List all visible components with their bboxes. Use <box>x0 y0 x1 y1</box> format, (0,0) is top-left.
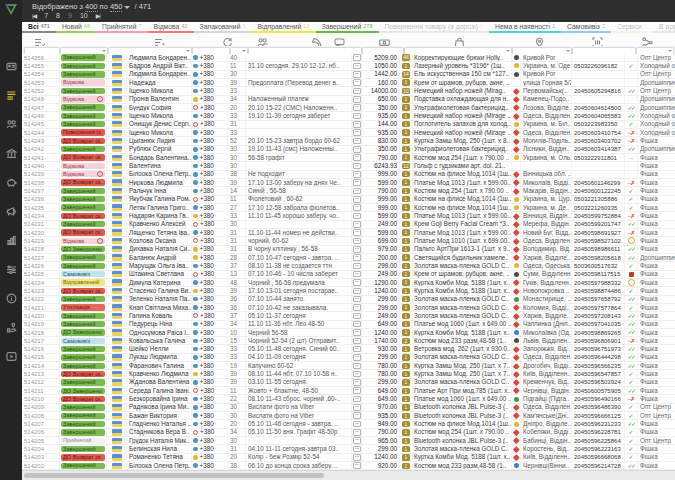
product-name[interactable]: Крем Goji Berry Facial Cream *3.. <box>413 221 512 228</box>
delivery-address[interactable]: Украина, м. Де.. <box>521 204 572 211</box>
status-badge[interactable]: Відмова <box>61 96 105 102</box>
comment-text[interactable]: 11.10 11-45 хорошо заберу. чо.. <box>246 212 352 219</box>
delivery-address[interactable]: Одеса, Відділен.. <box>521 404 572 411</box>
table-row[interactable]: 514254ЗавершенийЛюдмила Бондарен..+38030… <box>22 71 675 79</box>
phone-number[interactable]: +380 <box>200 121 214 128</box>
tab-Прийнятий[interactable]: Прийнятий7 <box>96 22 148 33</box>
product-name[interactable]: Ультрафиолетовая бактерицид.. <box>413 104 512 111</box>
status-badge[interactable]: Завершений <box>61 379 105 385</box>
message-icon[interactable] <box>353 229 361 236</box>
status-badge[interactable]: Завершений <box>61 404 105 410</box>
status-badge[interactable]: Завершений <box>61 188 105 194</box>
comment-text[interactable] <box>246 54 352 61</box>
status-badge[interactable]: Завершений <box>61 313 105 319</box>
table-row[interactable]: 514222ЗавершенийЗеленко Наталія Па..+380… <box>22 296 675 304</box>
delivery-address[interactable]: Первомайськ(.. <box>521 87 572 94</box>
comment-text[interactable]: Не подходит <box>246 171 352 178</box>
message-icon[interactable] <box>353 288 361 295</box>
phone-number[interactable]: +380 <box>200 387 214 394</box>
tracking-number[interactable]: 0503226096182 <box>572 62 625 69</box>
customer-name[interactable]: Бондарь Валентина.. <box>127 154 192 161</box>
page-10[interactable]: 10 <box>80 12 88 19</box>
table-row[interactable]: 514204ЗавершенийБелинская Нила+3803104.1… <box>22 445 675 453</box>
status-badge[interactable]: Завершений <box>61 63 105 69</box>
tracking-number[interactable]: 20450596503924 <box>572 379 625 386</box>
phone-number[interactable]: +380 <box>200 179 214 186</box>
status-badge[interactable]: ДО Завершено <box>61 388 105 394</box>
tracking-number[interactable]: 20450596806901 <box>572 337 625 344</box>
product-name[interactable]: Золотая маска-пленка GOLD C.. <box>413 296 512 303</box>
message-icon[interactable] <box>353 462 361 469</box>
tracking-number[interactable]: 20450603410754 <box>572 129 625 136</box>
status-badge[interactable]: ДО Возврат ск.. <box>61 371 105 377</box>
tracking-number[interactable]: 20450598117515 <box>572 271 625 278</box>
comment-text[interactable]: 07.10 10-42 не заказывала. <box>246 304 352 311</box>
table-row[interactable]: 514207ЗавершенийГладченко Наталья ..+380… <box>22 420 675 428</box>
sidebar-item-bank[interactable] <box>3 145 19 161</box>
status-badge[interactable]: ДО Возврат ск.. <box>61 213 105 219</box>
chevron-down-icon[interactable] <box>242 50 246 52</box>
tracking-number[interactable]: 20450597658792 <box>572 296 625 303</box>
message-icon[interactable] <box>353 188 361 195</box>
delivery-address[interactable]: Кобеляки, Відді.. <box>521 429 572 436</box>
customer-name[interactable]: Жданова Валентина <box>127 379 192 386</box>
phone-number[interactable]: +380 <box>200 304 214 311</box>
product-name[interactable]: Платье Мод 1010 (1шт. х 699.00.. <box>413 237 512 244</box>
comment-text[interactable]: 08.10 11-43 сброс. чорний ,60-.. <box>246 395 352 402</box>
product-name[interactable]: Пальто АртПри 1613-1 (1шт. х 9.. <box>413 246 512 253</box>
comment-text[interactable]: Жовто + блакітне, 48-50 <box>246 387 352 394</box>
comment-text[interactable]: 07.10 10-44 занято. <box>246 296 352 303</box>
comment-text[interactable]: 17.10 12-58 забрала фіолетов.. <box>246 204 352 211</box>
comment-text[interactable]: 11.10 11-44 номер не действи.. <box>246 229 352 236</box>
product-name[interactable]: Ветровка мод. 262 (1шт. х 930.0.. <box>413 345 512 352</box>
status-badge[interactable]: Завершений <box>61 296 105 302</box>
customer-name[interactable]: Іщенко Микола <box>127 129 192 136</box>
comment-text[interactable]: Капучино 60-62 <box>246 362 352 369</box>
customer-name[interactable]: Штакина Светлана <box>127 271 192 278</box>
tracking-number[interactable]: 20450596225864 <box>572 437 625 444</box>
delivery-address[interactable]: Коростень, Від.. <box>521 445 572 452</box>
table-row[interactable]: 514218ДО ЗавершеноОдносумова Раіса І..+3… <box>22 329 675 337</box>
tracking-number[interactable]: 20450599201747 <box>572 221 625 228</box>
chevron-down-icon[interactable] <box>566 50 570 52</box>
comment-text[interactable]: 04.10 11-11 сегодня-завтра 03.. <box>246 445 352 452</box>
product-name[interactable]: Куртка Замш Мод. 250 (1шт. х 7.. <box>413 370 512 377</box>
status-badge[interactable]: Завершений <box>61 221 105 227</box>
status-badge[interactable]: Утилізація <box>61 304 105 310</box>
tracking-number[interactable]: 20450598986611 <box>572 246 625 253</box>
phone-number[interactable]: +380 <box>200 379 214 386</box>
table-row[interactable]: 514252ЗавершенийІщенко Микола+3803314000… <box>22 87 675 95</box>
delivery-address[interactable]: Дрогобич, Відді.. <box>521 362 572 369</box>
customer-name[interactable]: Бундук София <box>127 104 192 111</box>
chevron-down-icon[interactable] <box>186 50 190 52</box>
product-name[interactable]: Золотая маска-пленка GOLD C.. <box>413 354 512 361</box>
product-name[interactable]: Платье Арт При мод.785 (1шт. х.. <box>413 387 512 394</box>
product-name[interactable]: Bluetooth колонка JBL Pulse-3 (.. <box>413 412 512 419</box>
message-icon[interactable] <box>353 446 361 453</box>
delivery-address[interactable]: Могилів-Поділь.. <box>521 137 572 144</box>
product-name[interactable]: Костюм мод 254 (1шт. х 790.00 .. <box>413 187 512 194</box>
delivery-address[interactable]: Кременчук, Від.. <box>521 379 572 386</box>
status-badge[interactable]: Завершений <box>61 113 105 119</box>
tracking-number[interactable]: 20450596751973 <box>572 345 625 352</box>
comment-text[interactable]: Вислати фото на Viber <box>246 404 352 411</box>
message-icon[interactable] <box>353 196 361 203</box>
phone-number[interactable]: +380 <box>200 112 214 119</box>
phone-number[interactable]: +380 <box>200 445 214 452</box>
sidebar-item-piggy[interactable] <box>3 174 19 190</box>
message-icon[interactable] <box>353 437 361 444</box>
table-row[interactable]: 514236ЗавершенийЯкубчак Галина Ром..+380… <box>22 196 675 204</box>
chevron-down-icon[interactable] <box>506 50 510 52</box>
status-badge[interactable]: Завершений <box>61 363 105 369</box>
phone-number[interactable]: +380 <box>200 337 214 344</box>
tracking-number[interactable]: 0503221305886 <box>572 196 625 203</box>
product-name[interactable]: Костюм на флисе Мод.1014 (1ш.. <box>413 196 512 203</box>
message-icon[interactable] <box>353 63 361 70</box>
customer-name[interactable]: Безкоровайна Ірина <box>127 395 192 402</box>
product-name[interactable]: Золотая маска-пленка GOLD C.. <box>413 379 512 386</box>
comment-text[interactable]: 19.10 11-43 (смс) Наложенны.. <box>246 146 352 153</box>
status-badge[interactable]: ДО Возврат ск.. <box>61 454 105 460</box>
customer-name[interactable]: Гладченко Наталья .. <box>127 420 192 427</box>
message-icon[interactable] <box>353 304 361 311</box>
table-row[interactable]: 514253ВідмоваНадежда+38039Предоплата (Пе… <box>22 79 675 87</box>
